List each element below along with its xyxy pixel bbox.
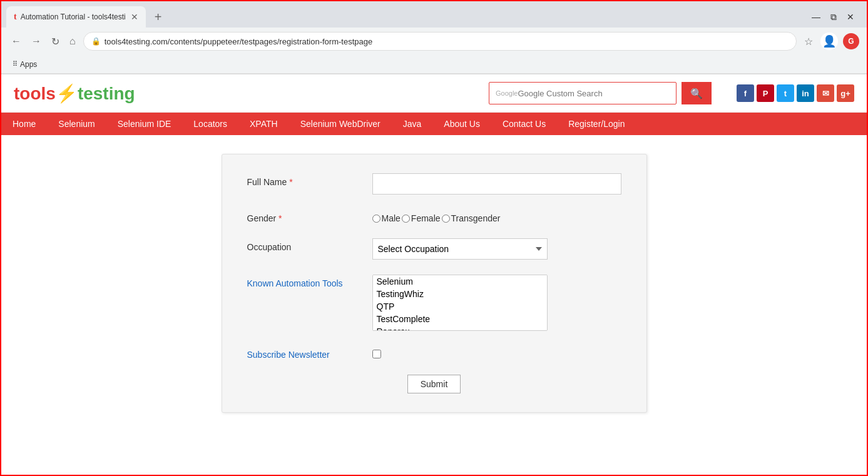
- google-plus-icon[interactable]: g+: [837, 84, 854, 102]
- gender-label: Gender *: [247, 210, 372, 223]
- known-tools-field: Selenium TestingWhiz QTP TestComplete Ra…: [372, 275, 621, 331]
- address-input[interactable]: 🔒 tools4testing.com/contents/puppeteer/t…: [83, 32, 797, 51]
- known-tools-listbox[interactable]: Selenium TestingWhiz QTP TestComplete Ra…: [372, 275, 548, 331]
- submit-row: Submit: [247, 375, 621, 393]
- social-icons: f P t in ✉ g+: [737, 84, 854, 102]
- gender-female-radio[interactable]: [402, 215, 410, 223]
- gender-required: *: [278, 213, 282, 223]
- apps-bookmark[interactable]: ⠿ Apps: [9, 59, 41, 70]
- nav-java[interactable]: Java: [392, 113, 433, 135]
- tab-close-button[interactable]: ✕: [131, 12, 138, 22]
- bookmark-button[interactable]: ☆: [802, 33, 815, 50]
- facebook-icon[interactable]: f: [737, 84, 754, 102]
- search-box[interactable]: Google: [489, 82, 677, 104]
- search-input[interactable]: [518, 89, 668, 98]
- tool-selenium[interactable]: Selenium: [373, 275, 547, 288]
- nav-selenium-webdriver[interactable]: Selenium WebDriver: [289, 113, 392, 135]
- nav-home[interactable]: Home: [1, 113, 47, 135]
- subscribe-row: Subscribe Newsletter: [247, 346, 621, 360]
- logo-tools: tools: [14, 84, 56, 103]
- nav-bar: Home Selenium Selenium IDE Locators XPAT…: [1, 113, 867, 135]
- search-icon: 🔍: [690, 88, 703, 99]
- nav-selenium[interactable]: Selenium: [47, 113, 106, 135]
- site-logo[interactable]: tools⚡testing: [14, 83, 135, 104]
- reload-button[interactable]: ↻: [49, 33, 62, 50]
- active-tab[interactable]: t Automation Tutorial - tools4testi ✕: [6, 6, 146, 28]
- logo-lightning: ⚡: [56, 84, 78, 103]
- gender-male-radio[interactable]: [372, 215, 380, 223]
- tool-testcomplete[interactable]: TestComplete: [373, 313, 547, 325]
- browser-chrome: t Automation Tutorial - tools4testi ✕ + …: [1, 1, 867, 74]
- apps-grid-icon: ⠿: [13, 60, 18, 68]
- maximize-button[interactable]: ⧉: [830, 12, 837, 23]
- bookmarks-bar: ⠿ Apps: [1, 55, 867, 74]
- tool-testingwhiz[interactable]: TestingWhiz: [373, 288, 547, 300]
- full-name-label: Full Name *: [247, 173, 372, 187]
- nav-xpath[interactable]: XPATH: [238, 113, 289, 135]
- known-tools-row: Known Automation Tools Selenium TestingW…: [247, 275, 621, 331]
- twitter-icon[interactable]: t: [777, 84, 794, 102]
- tab-favicon: t: [14, 12, 17, 22]
- subscribe-field: [372, 346, 621, 358]
- occupation-field: Select Occupation Student Employee Busin…: [372, 238, 621, 260]
- apps-label: Apps: [20, 60, 37, 69]
- full-name-row: Full Name *: [247, 173, 621, 195]
- forward-button[interactable]: →: [29, 33, 44, 49]
- nav-contact-us[interactable]: Contact Us: [491, 113, 557, 135]
- occupation-select[interactable]: Select Occupation Student Employee Busin…: [372, 238, 548, 260]
- full-name-required: *: [289, 177, 292, 187]
- main-content: Full Name * Gender * Male: [1, 135, 867, 432]
- minimize-button[interactable]: —: [812, 12, 820, 23]
- window-controls: — ⧉ ✕: [804, 12, 862, 23]
- search-container: Google 🔍: [489, 82, 712, 104]
- site-body: tools⚡testing Google 🔍 f P t in ✉ g+ Hom…: [1, 74, 867, 476]
- nav-selenium-ide[interactable]: Selenium IDE: [106, 113, 183, 135]
- pinterest-icon[interactable]: P: [757, 84, 774, 102]
- known-tools-label: Known Automation Tools: [247, 275, 372, 288]
- gender-male-option[interactable]: Male: [372, 213, 401, 223]
- close-button[interactable]: ✕: [847, 12, 854, 23]
- tab-bar: t Automation Tutorial - tools4testi ✕ + …: [1, 1, 867, 28]
- subscribe-checkbox-label[interactable]: [372, 346, 621, 358]
- subscribe-checkbox[interactable]: [372, 350, 381, 358]
- logo-testing: testing: [78, 84, 135, 103]
- gender-transgender-option[interactable]: Transgender: [442, 213, 501, 223]
- subscribe-label: Subscribe Newsletter: [247, 346, 372, 360]
- extension-button[interactable]: G: [843, 33, 859, 49]
- occupation-row: Occupation Select Occupation Student Emp…: [247, 238, 621, 260]
- back-button[interactable]: ←: [9, 33, 24, 49]
- lock-icon: 🔒: [91, 37, 101, 46]
- full-name-input[interactable]: [372, 173, 621, 195]
- registration-form-card: Full Name * Gender * Male: [222, 154, 647, 413]
- search-button[interactable]: 🔍: [682, 82, 712, 104]
- google-label: Google: [496, 89, 518, 97]
- gender-field: Male Female Transgender: [372, 210, 621, 223]
- new-tab-button[interactable]: +: [150, 8, 167, 27]
- home-button[interactable]: ⌂: [67, 33, 78, 49]
- gender-female-option[interactable]: Female: [402, 213, 441, 223]
- nav-locators[interactable]: Locators: [182, 113, 238, 135]
- linkedin-icon[interactable]: in: [797, 84, 814, 102]
- full-name-field: [372, 173, 621, 195]
- tool-qtp[interactable]: QTP: [373, 300, 547, 313]
- tool-ranorex[interactable]: Ranorex: [373, 325, 547, 331]
- submit-button[interactable]: Submit: [407, 375, 461, 393]
- nav-about-us[interactable]: About Us: [432, 113, 491, 135]
- profile-button[interactable]: 👤: [820, 33, 838, 50]
- email-icon[interactable]: ✉: [817, 84, 834, 102]
- occupation-label: Occupation: [247, 238, 372, 252]
- address-text: tools4testing.com/contents/puppeteer/tes…: [105, 37, 373, 46]
- nav-register-login[interactable]: Register/Login: [557, 113, 636, 135]
- known-tools-listbox-wrapper: Selenium TestingWhiz QTP TestComplete Ra…: [372, 275, 548, 331]
- gender-row: Gender * Male Female Transgender: [247, 210, 621, 223]
- gender-transgender-radio[interactable]: [442, 215, 450, 223]
- site-header: tools⚡testing Google 🔍 f P t in ✉ g+: [1, 74, 867, 113]
- tab-title: Automation Tutorial - tools4testi: [21, 13, 126, 21]
- address-bar: ← → ↻ ⌂ 🔒 tools4testing.com/contents/pup…: [1, 28, 867, 55]
